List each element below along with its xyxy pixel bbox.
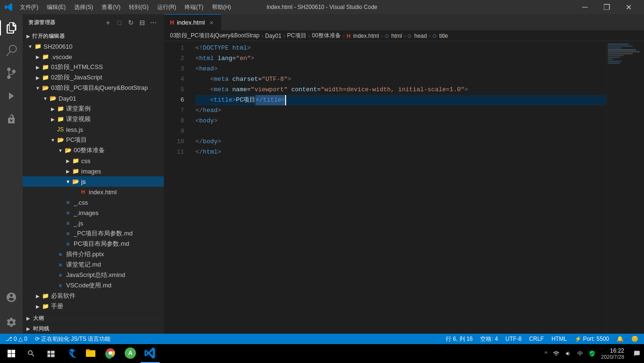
status-position[interactable]: 行 6, 列 16 (444, 334, 475, 344)
tab-indexhtml[interactable]: H index.html × (164, 14, 221, 31)
taskview-button[interactable] (42, 344, 60, 363)
chrome-icon (105, 347, 116, 359)
tree-item-vscode[interactable]: ▶ 📁 .vscode (23, 52, 164, 62)
tree-item-02js[interactable]: ▶ 📁 02阶段_JavaScript (23, 72, 164, 83)
search-taskbar-button[interactable] (22, 344, 41, 363)
menu-terminal[interactable]: 终端(T) (181, 2, 207, 12)
breadcrumb-head-symbol[interactable]: ◇head (407, 33, 427, 39)
menu-view[interactable]: 查看(V) (98, 2, 124, 12)
activity-run[interactable] (0, 85, 23, 107)
breadcrumb-html-symbol[interactable]: ◇html (385, 33, 402, 39)
manual-label: 手册 (51, 302, 164, 311)
status-notifications[interactable]: 🔔 (615, 334, 626, 344)
activity-settings[interactable] (0, 311, 23, 334)
tree-item-vscode2[interactable]: ▶ ≡ VSCode使用.md (23, 280, 164, 291)
tree-item-css[interactable]: ▶ 📁 css (23, 156, 164, 166)
taskbar-chrome[interactable] (101, 344, 120, 363)
tree-item-underjs[interactable]: ▶ ≡ _.js (23, 218, 164, 228)
tree-item-01htmlcss[interactable]: ▶ 📁 01阶段_HTMLCSS (23, 62, 164, 72)
code-line-11: </html> (195, 147, 606, 157)
activity-extensions[interactable] (0, 107, 23, 130)
menu-file[interactable]: 文件(F) (16, 2, 42, 12)
taskbar-vscode[interactable] (141, 344, 160, 363)
sidebar-actions: + □ ↻ ⊟ ··· (103, 18, 158, 27)
tray-input-method[interactable]: 中 (576, 348, 585, 359)
menu-edit[interactable]: 编辑(E) (43, 2, 69, 12)
breadcrumb-title-symbol[interactable]: ◇title (432, 33, 448, 39)
tree-item-lessjs[interactable]: ▶ JS less.js (23, 124, 164, 135)
tab-close-button[interactable]: × (208, 19, 215, 26)
clock-display[interactable]: 16:22 2020/7/28 (599, 348, 630, 359)
minimize-button[interactable]: ─ (574, 0, 596, 14)
activity-search[interactable] (0, 39, 23, 62)
tree-item-keshi[interactable]: ▶ 📁 课堂案例 (23, 104, 164, 114)
liveserver-text: Port: 5500 (583, 336, 609, 342)
breadcrumb-indexhtml[interactable]: Hindex.html (347, 33, 379, 39)
tray-network[interactable] (551, 348, 561, 359)
breadcrumb-pcproject[interactable]: PC项目 (287, 32, 306, 40)
tree-item-underimages[interactable]: ▶ ≡ _.images (23, 207, 164, 218)
taskbar-app[interactable]: A (121, 344, 140, 363)
tray-antivirus[interactable] (587, 348, 597, 359)
breadcrumb-00[interactable]: 00整体准备 (312, 32, 341, 40)
menu-help[interactable]: 帮助(H) (208, 2, 235, 12)
refresh-button[interactable]: ↻ (126, 18, 136, 27)
activity-source-control[interactable] (0, 62, 23, 85)
activity-explorer[interactable] (0, 17, 23, 39)
status-language-init[interactable]: ⟳ 正在初始化 JS/TS 语言功能 (33, 334, 112, 344)
tree-item-day01[interactable]: ▼ 📂 Day01 (23, 93, 164, 104)
new-file-button[interactable]: + (103, 18, 113, 27)
status-eol[interactable]: CRLF (527, 334, 546, 344)
status-indent[interactable]: 空格: 4 (478, 334, 500, 344)
status-liveserver[interactable]: ⚡ Port: 5500 (573, 334, 611, 344)
maximize-button[interactable]: ❐ (596, 0, 618, 14)
menu-run[interactable]: 运行(R) (153, 2, 180, 12)
app-circle-icon: A (125, 347, 136, 359)
activity-accounts[interactable] (0, 286, 23, 309)
tree-item-bixu[interactable]: ▶ 📁 必装软件 (23, 291, 164, 301)
code-line-3: <head> (195, 64, 606, 74)
tray-icons[interactable]: ^ (542, 348, 549, 359)
breadcrumb-day01[interactable]: Day01 (265, 33, 281, 39)
status-feedback[interactable]: 😊 (629, 334, 640, 344)
images-label: images (81, 168, 164, 175)
collapse-button[interactable]: ⊟ (137, 18, 147, 27)
tree-item-undercss[interactable]: ▶ ≡ _.css (23, 197, 164, 207)
tree-item-pc2[interactable]: ▶ ≡ PC项目布局参数.md (23, 239, 164, 249)
tree-item-manual[interactable]: ▶ 📁 手册 (23, 301, 164, 311)
more-actions-button[interactable]: ··· (149, 18, 158, 27)
editor-content: 1 2 3 4 5 6 7 8 9 10 11 <!DOCTYPE html> … (164, 41, 644, 334)
tree-item-pcproject[interactable]: ▼ 📂 PC项目 (23, 135, 164, 145)
menu-goto[interactable]: 转到(G) (125, 2, 152, 12)
breadcrumb: 03阶段_PC项目&jQuery&BootStrap › Day01 › PC项… (164, 31, 644, 41)
status-branch[interactable]: ⎇ 0 △ 0 (4, 334, 29, 344)
taskbar-right: ^ 中 16:22 2020/7/28 (542, 348, 642, 359)
start-button[interactable] (2, 344, 21, 363)
taskbar-file-explorer[interactable] (81, 344, 100, 363)
tree-item-notes[interactable]: ▶ ≡ 课堂笔记.md (23, 259, 164, 270)
tree-item-jssum[interactable]: ▶ ≡ JavaScript总结.xmind (23, 270, 164, 280)
tree-item-ksp[interactable]: ▶ 📁 课堂视频 (23, 114, 164, 124)
open-editor-section[interactable]: ▶ 打开的编辑器 (23, 31, 164, 41)
tree-item-js[interactable]: ▼ 📂 js (23, 176, 164, 187)
status-language[interactable]: HTML (550, 334, 569, 344)
tree-item-indexhtml[interactable]: ▶ H index.html (23, 187, 164, 197)
close-button[interactable]: ✕ (618, 0, 639, 14)
timeline-section[interactable]: ▶ 时间线 (23, 323, 164, 334)
status-encoding[interactable]: UTF-8 (504, 334, 524, 344)
menu-select[interactable]: 选择(S) (70, 2, 97, 12)
code-line-7: </head> (195, 105, 606, 116)
tray-volume[interactable] (563, 348, 574, 359)
breadcrumb-03pc[interactable]: 03阶段_PC项目&jQuery&BootStrap (170, 32, 259, 40)
new-folder-button[interactable]: □ (115, 18, 124, 27)
tree-item-folder00[interactable]: ▼ 📂 00整体准备 (23, 145, 164, 156)
tree-root[interactable]: ▼ 📁 SH200610 (23, 41, 164, 52)
tree-item-03pc[interactable]: ▼ 📂 03阶段_PC项目&jQuery&BootStrap (23, 83, 164, 93)
tree-item-images[interactable]: ▶ 📁 images (23, 166, 164, 176)
code-editor[interactable]: <!DOCTYPE html> <html lang="en"> <head> … (188, 41, 606, 334)
notification-center[interactable] (632, 348, 642, 359)
tree-item-plugin[interactable]: ▶ ≡ 插件介绍.pptx (23, 249, 164, 259)
tree-item-pc1[interactable]: ▶ ≡ _PC项目布局参数.md (23, 228, 164, 239)
taskbar-edge[interactable] (61, 344, 80, 363)
outline-section[interactable]: ▶ 大纲 (23, 313, 164, 323)
